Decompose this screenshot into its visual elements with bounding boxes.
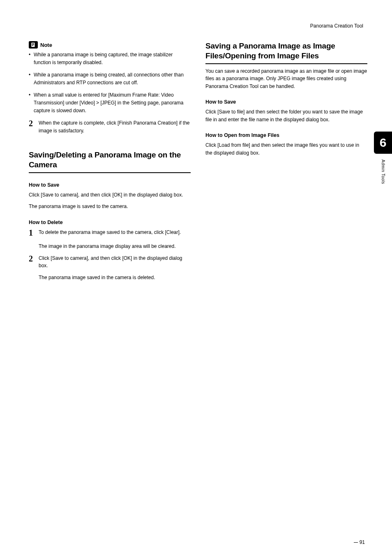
delete-step-1: 1 To delete the panorama image saved to … [29, 229, 191, 237]
section-saving-opening-files: Saving a Panorama Image as Image Files/O… [205, 41, 367, 64]
left-column: Note While a panorama image is being cap… [29, 41, 191, 285]
step-2-capture-complete: 2 When the capture is complete, click [F… [29, 119, 191, 134]
subhead-how-to-save: How to Save [29, 182, 191, 188]
note-label: Note [40, 42, 52, 48]
note-bullet: While a panorama image is being captured… [29, 51, 191, 66]
chapter-label: Admin Tools [381, 160, 385, 184]
note-icon [29, 41, 38, 49]
subhead-how-to-delete: How to Delete [29, 220, 191, 225]
open-file-para: Click [Load from file] and then select t… [205, 141, 367, 157]
chapter-side-tab: 6 Admin Tools [374, 132, 392, 184]
chapter-number: 6 [374, 132, 392, 154]
step-number: 2 [29, 254, 35, 270]
step-number: 2 [29, 119, 35, 134]
delete-step-2: 2 Click [Save to camera], and then click… [29, 254, 191, 270]
page-number: 91 [360, 539, 365, 545]
step-text: Click [Save to camera], and then click [… [39, 254, 191, 270]
delete-after-1: The image in the panorama image display … [39, 243, 191, 250]
subhead-how-to-open: How to Open from Image Files [205, 132, 367, 138]
save-para-2: The panorama image is saved to the camer… [29, 203, 191, 210]
right-intro: You can save a recorded panorama image a… [205, 67, 367, 90]
note-bullet: When a small value is entered for [Maxim… [29, 91, 191, 114]
save-file-para: Click [Save to file] and then select the… [205, 108, 367, 123]
step-text: When the capture is complete, click [Fin… [39, 119, 191, 134]
step-text: To delete the panorama image saved to th… [39, 229, 181, 237]
note-bullet: While a panorama image is being created,… [29, 71, 191, 86]
section-saving-deleting: Saving/Deleting a Panorama Image on the … [29, 150, 191, 173]
save-para-1: Click [Save to camera], and then click [… [29, 191, 191, 199]
subhead-how-to-save-file: How to Save [205, 99, 367, 105]
right-column: Saving a Panorama Image as Image Files/O… [205, 41, 367, 285]
delete-after-2: The panorama image saved in the camera i… [39, 274, 191, 282]
step-number: 1 [29, 229, 35, 237]
header-tool-name: Panorama Creation Tool [29, 23, 367, 29]
note-bullets: While a panorama image is being captured… [29, 51, 191, 114]
